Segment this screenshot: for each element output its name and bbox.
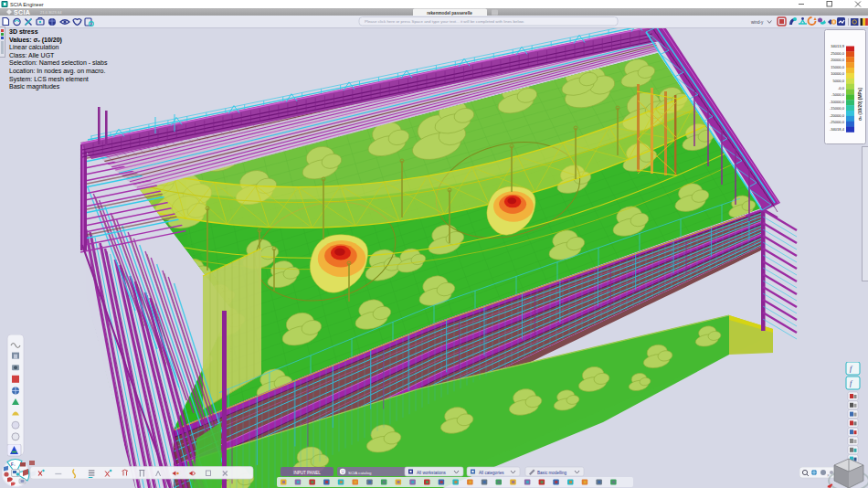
svg-text:Basic modelling: Basic modelling [537,471,567,475]
svg-text:34013,9: 34013,9 [831,44,845,48]
svg-text:σᵥ (10/20) [MPa]: σᵥ (10/20) [MPa] [858,88,863,121]
svg-text:wind-y: wind-y [751,20,764,25]
svg-text:-10000,0: -10000,0 [830,100,845,104]
svg-text:20000,0: 20000,0 [831,58,845,62]
svg-text:All categories: All categories [479,471,504,475]
svg-text:-20000,0: -20000,0 [830,113,845,118]
svg-text:×: × [827,472,830,478]
svg-text:-5000,0: -5000,0 [831,92,845,97]
svg-text:25000,0: 25000,0 [831,51,845,56]
svg-text:-15000,0: -15000,0 [830,106,845,111]
svg-text:-34018,4: -34018,4 [830,127,845,132]
svg-text:-25000,0: -25000,0 [830,120,845,124]
svg-text:rekenmodel passerelle: rekenmodel passerelle [427,11,472,16]
svg-text:All workstations: All workstations [417,471,447,475]
svg-text:F↓: F↓ [11,462,16,467]
svg-text:5000,0: 5000,0 [832,79,844,83]
svg-text:Please click here or press Spa: Please click here or press Space and typ… [365,19,524,24]
svg-text:-0,0: -0,0 [838,86,845,90]
svg-text:U: U [342,470,344,474]
svg-text:SCIA catalog: SCIA catalog [348,471,372,475]
svg-text:10000,0: 10000,0 [831,71,845,76]
svg-text:15000,0: 15000,0 [831,65,845,69]
svg-text:INPUT PANEL: INPUT PANEL [293,471,321,475]
